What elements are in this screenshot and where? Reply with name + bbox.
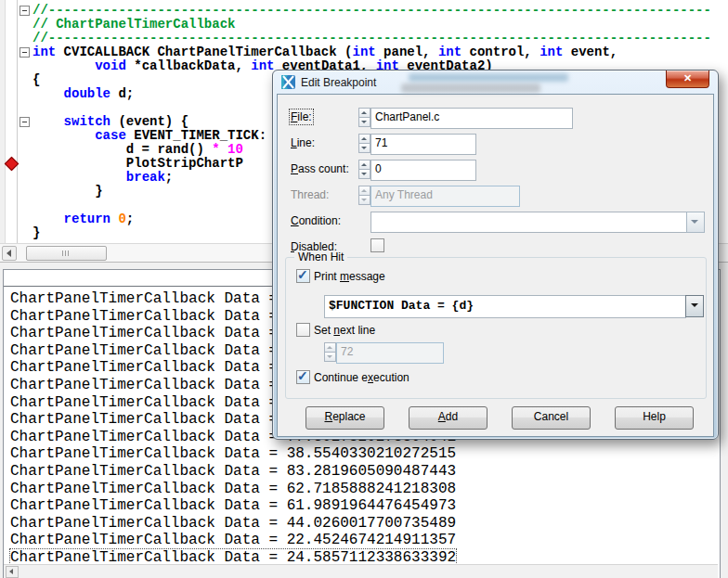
console-output-row[interactable]: ChartPanelTimerCallback Data = 44.026001… bbox=[4, 515, 718, 533]
set-next-line-label: Set next line bbox=[314, 324, 375, 337]
fold-collapse-icon[interactable] bbox=[20, 6, 30, 16]
file-input[interactable]: ChartPanel.c bbox=[370, 108, 573, 129]
fold-collapse-icon[interactable] bbox=[20, 47, 30, 58]
next-line-spinner bbox=[324, 342, 335, 362]
disabled-checkbox[interactable] bbox=[370, 238, 384, 252]
cancel-button[interactable]: Cancel bbox=[512, 406, 591, 430]
print-message-dropdown-icon[interactable] bbox=[685, 295, 704, 317]
next-line-input: 72 bbox=[336, 342, 444, 364]
console-output-row[interactable]: ChartPanelTimerCallback Data = 22.452467… bbox=[4, 532, 718, 549]
console-output-row[interactable]: ChartPanelTimerCallback Data = 83.281960… bbox=[4, 463, 718, 481]
print-message-input[interactable]: $FUNCTION Data = {d} bbox=[324, 295, 686, 318]
blurred-region bbox=[401, 83, 540, 93]
scroll-left-arrow-icon[interactable] bbox=[6, 566, 19, 578]
file-label: File: bbox=[291, 110, 312, 123]
editor-left-margin bbox=[0, 0, 6, 243]
dialog-title: Edit Breakpoint bbox=[301, 76, 376, 89]
cvi-app-icon bbox=[281, 75, 295, 89]
scrollbar-grip-icon bbox=[62, 250, 70, 256]
dialog-client-area: File: ChartPanel.c Line: 71 Pass count: … bbox=[277, 94, 714, 437]
print-message-checkbox[interactable] bbox=[296, 269, 310, 283]
thread-spinner bbox=[358, 186, 370, 205]
console-output-row[interactable]: ChartPanelTimerCallback Data = 38.554033… bbox=[4, 445, 718, 463]
continue-execution-checkbox[interactable] bbox=[296, 370, 310, 384]
console-output-row[interactable]: ChartPanelTimerCallback Data = 62.718588… bbox=[4, 481, 718, 498]
fold-collapse-icon[interactable] bbox=[20, 117, 30, 127]
when-hit-group: When Hit Print message $FUNCTION Data = … bbox=[285, 257, 707, 399]
continue-execution-label: Continue execution bbox=[314, 371, 410, 384]
line-input[interactable]: 71 bbox=[370, 134, 476, 155]
condition-dropdown-icon[interactable] bbox=[686, 212, 705, 233]
replace-button[interactable]: Replace bbox=[306, 406, 384, 430]
print-message-label: Print message bbox=[314, 270, 385, 283]
thread-input: Any Thread bbox=[370, 186, 520, 207]
edit-breakpoint-dialog: Edit Breakpoint ✕ File: ChartPanel.c Lin… bbox=[272, 70, 719, 440]
condition-input[interactable] bbox=[370, 212, 687, 233]
pass-count-label: Pass count: bbox=[291, 162, 349, 175]
file-spinner[interactable] bbox=[358, 108, 370, 127]
condition-label: Condition: bbox=[291, 214, 341, 227]
console-output-row[interactable]: ChartPanelTimerCallback Data = 61.989196… bbox=[4, 497, 718, 515]
set-next-line-checkbox[interactable] bbox=[296, 323, 310, 337]
line-label: Line: bbox=[291, 136, 315, 149]
close-icon[interactable]: ✕ bbox=[666, 71, 709, 88]
app-window: //--------------------------------------… bbox=[0, 0, 728, 578]
pass-count-input[interactable]: 0 bbox=[370, 160, 476, 181]
console-h-scrollbar[interactable] bbox=[4, 564, 718, 578]
code-line: //--------------------------------------… bbox=[32, 32, 728, 45]
help-button[interactable]: Help bbox=[615, 406, 694, 430]
fold-margin-separator bbox=[17, 0, 18, 243]
add-button[interactable]: Add bbox=[409, 406, 488, 430]
code-line: //--------------------------------------… bbox=[32, 4, 728, 18]
code-line: int CVICALLBACK ChartPanelTimerCallback … bbox=[32, 45, 728, 59]
blurred-region bbox=[409, 73, 568, 82]
code-line: // ChartPanelTimerCallback bbox=[32, 18, 728, 32]
when-hit-group-title: When Hit bbox=[294, 250, 347, 263]
pass-count-spinner[interactable] bbox=[358, 160, 370, 179]
thread-label: Thread: bbox=[291, 188, 329, 201]
line-spinner[interactable] bbox=[358, 134, 370, 153]
scrollbar-thumb[interactable] bbox=[26, 246, 107, 261]
scroll-left-arrow-icon[interactable] bbox=[2, 246, 17, 261]
